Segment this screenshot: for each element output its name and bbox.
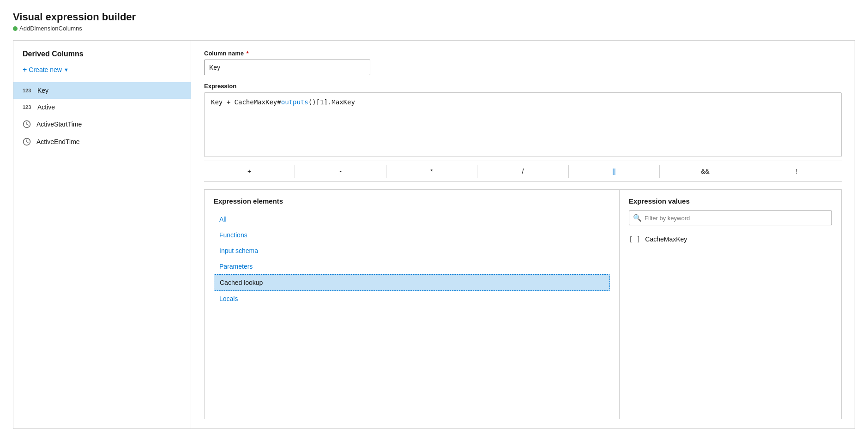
element-locals[interactable]: Locals [214,291,610,307]
column-item-activeendtime[interactable]: ActiveEndTime [13,133,191,151]
left-panel: Derived Columns + Create new ▼ 123 Key 1… [13,41,191,428]
operator-minus[interactable]: - [295,165,386,178]
subtitle-area: AddDimensionColumns [13,25,855,32]
expression-editor[interactable]: Key + CacheMaxKey#outputs()[1].MaxKey [204,92,842,157]
expression-elements-title: Expression elements [214,197,610,205]
create-new-button[interactable]: + Create new ▼ [13,63,191,77]
col-name-key: Key [37,87,48,94]
svg-line-2 [27,124,28,125]
value-name-cachemaxkey: CacheMaxKey [645,235,687,243]
title-area: Visual expression builder AddDimensionCo… [13,11,855,32]
columns-list: 123 Key 123 Active [13,82,191,428]
elements-list: All Functions Input schema Parameters Ca… [214,211,610,307]
content-area: Derived Columns + Create new ▼ 123 Key 1… [13,40,855,429]
column-name-input[interactable] [204,60,370,75]
required-star: * [245,50,249,57]
expression-label: Expression [204,83,842,90]
expression-values-panel: Expression values 🔍 [ ] CacheMaxKey [620,190,841,419]
create-new-label: Create new [29,66,62,73]
column-name-label: Column name * [204,50,842,57]
chevron-down-icon: ▼ [64,67,69,72]
operator-not[interactable]: ! [751,165,842,178]
derived-columns-heading: Derived Columns [13,50,191,58]
column-item-active[interactable]: 123 Active [13,99,191,115]
operator-or[interactable]: || [569,165,660,178]
column-item-key[interactable]: 123 Key [13,82,191,99]
plus-icon: + [23,66,27,74]
clock-icon-start [23,120,31,128]
element-functions[interactable]: Functions [214,227,610,243]
status-dot [13,26,18,31]
operator-divide[interactable]: / [477,165,568,178]
element-input-schema[interactable]: Input schema [214,243,610,259]
col-name-activeendtime: ActiveEndTime [36,138,80,145]
element-cached-lookup[interactable]: Cached lookup [214,274,610,291]
col-name-activestarttime: ActiveStartTime [36,121,82,128]
right-panel: Column name * Expression Key + CacheMaxK… [191,41,855,428]
operator-plus[interactable]: + [204,165,295,178]
value-cachemaxkey[interactable]: [ ] CacheMaxKey [629,232,832,247]
column-name-section: Column name * [204,50,842,75]
array-icon: [ ] [629,235,640,243]
expression-section: Expression Key + CacheMaxKey#outputs()[1… [204,83,842,157]
subtitle-text: AddDimensionColumns [19,25,82,32]
expression-text: Key + CacheMaxKey#outputs()[1].MaxKey [211,98,355,106]
bottom-section: Expression elements All Functions Input … [204,189,842,419]
page-title: Visual expression builder [13,11,855,23]
col-name-active: Active [37,103,55,111]
expression-link[interactable]: outputs [281,98,308,106]
type-badge-active: 123 [23,104,32,110]
column-item-activestarttime[interactable]: ActiveStartTime [13,115,191,133]
element-parameters[interactable]: Parameters [214,259,610,274]
search-icon: 🔍 [633,214,642,222]
expression-values-title: Expression values [629,197,832,205]
clock-icon-end [23,138,31,146]
type-badge-key: 123 [23,88,32,93]
expression-elements-panel: Expression elements All Functions Input … [205,190,620,419]
element-all[interactable]: All [214,211,610,227]
operator-multiply[interactable]: * [386,165,477,178]
filter-input-wrap: 🔍 [629,211,832,225]
svg-line-5 [27,142,28,143]
filter-input[interactable] [645,215,828,222]
operators-bar: + - * / || && ! [204,161,842,182]
operator-and[interactable]: && [660,165,751,178]
